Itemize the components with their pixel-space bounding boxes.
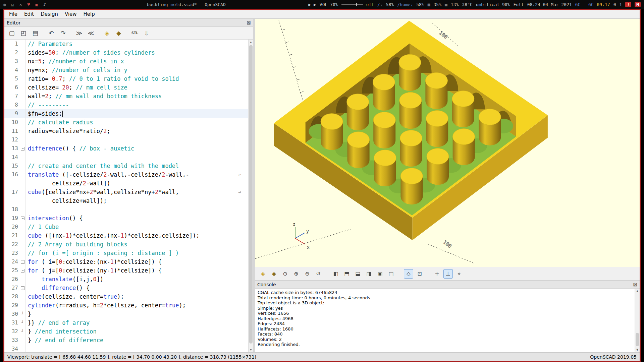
indent-icon[interactable]: ≫ [74, 28, 84, 38]
close-icon[interactable]: × [19, 2, 22, 7]
fold-marker[interactable]: ┘ [20, 318, 26, 327]
code-editor[interactable]: 1// Parameters2sides=50; //number of sid… [4, 40, 253, 352]
code-line[interactable]: 20// 1 Cube [4, 223, 248, 231]
axis-tick [301, 92, 304, 93]
show-scale-icon[interactable]: ⊥ [443, 269, 453, 279]
code-line[interactable]: 14 [4, 153, 248, 162]
code-line[interactable]: 26 translate([i,j,0]) [4, 275, 248, 284]
code-line[interactable]: 25−for ( j=[0:cellsize:(ny-1)*cellsize])… [4, 266, 248, 275]
code-line[interactable]: 6cellsize= 20; // mm cell size [4, 83, 248, 92]
render-icon[interactable]: ◆ [269, 269, 279, 279]
code-line[interactable]: cellsize+wall]); [4, 196, 248, 205]
reset-view-icon[interactable]: ↺ [314, 269, 323, 279]
scroll-up-icon[interactable]: ▲ [635, 289, 640, 294]
fold-marker[interactable]: − [20, 257, 26, 266]
fold-marker[interactable]: − [20, 266, 26, 275]
code-line[interactable]: 23// for (i =[ origin : spacing : distan… [4, 249, 248, 257]
code-line[interactable]: 30┘} [4, 310, 248, 318]
new-file-icon[interactable]: ▢ [7, 28, 17, 38]
code-line[interactable]: 7wall=2; // mm wall and bottom thickness [4, 92, 248, 101]
scroll-up-icon[interactable]: ▲ [249, 40, 253, 45]
record-icon[interactable]: ▣ [35, 2, 38, 7]
code-line[interactable]: 29cylinder(r=radius, h=2*cellsize, cente… [4, 301, 248, 310]
window-icon[interactable]: ◱ [11, 2, 14, 7]
scrollbar-thumb[interactable] [249, 45, 253, 344]
code-line[interactable]: 5ratio= 0.7; // 0 to 1 ratio of void to … [4, 74, 248, 83]
fold-marker[interactable]: − [20, 214, 26, 223]
open-file-icon[interactable]: ◰ [18, 28, 29, 38]
music-icon[interactable]: ♪ [43, 2, 46, 7]
unindent-icon[interactable]: ≪ [86, 28, 96, 38]
editor-close-icon[interactable]: ⊠ [247, 20, 251, 26]
3d-viewport[interactable]: 100100zyx [255, 19, 640, 267]
code-line[interactable]: 13−difference() { // box - auxetic [4, 144, 248, 153]
export-stl-icon[interactable]: STL [130, 28, 140, 38]
console-close-icon[interactable]: ⊠ [633, 282, 637, 288]
code-line[interactable]: 11radius=cellsize*ratio/2; [4, 127, 248, 135]
editor-scrollbar[interactable]: ▲ ▼ [248, 40, 253, 352]
code-line[interactable]: 12 [4, 135, 248, 144]
code-line[interactable]: 31┘}} // end of array [4, 318, 248, 327]
menu-view[interactable]: View [61, 10, 80, 18]
console-output[interactable]: CGAL cache size in bytes: 67465824Total … [255, 288, 640, 352]
fold-marker[interactable]: ┘ [20, 327, 26, 336]
code-line[interactable]: 3nx=5; //number of cells in x [4, 57, 248, 66]
render-preview-icon[interactable]: ◈ [258, 269, 268, 279]
orthogonal-icon[interactable]: ⊡ [415, 269, 424, 279]
preview-icon[interactable]: ◈ [102, 28, 112, 38]
view-back-icon[interactable]: □ [386, 269, 396, 279]
menu-design[interactable]: Design [37, 10, 61, 18]
console-scrollbar[interactable]: ▲ ▼ [635, 289, 640, 352]
menu-help[interactable]: Help [80, 10, 98, 18]
favorites-icon[interactable]: ♥ [27, 2, 30, 7]
view-bottom-icon[interactable]: ⬓ [353, 269, 363, 279]
zoom-in-icon[interactable]: ⊕ [291, 269, 301, 279]
perspective-icon[interactable]: ◇ [404, 269, 413, 279]
code-line[interactable]: 24−for ( i=[0:cellsize:(nx-1)*cellsize])… [4, 257, 248, 266]
code-line[interactable]: 9$fn=sides; [4, 109, 248, 118]
code-line[interactable]: 19−intersection() { [4, 214, 248, 223]
code-line[interactable]: 16translate ([-cellsize/2-wall,-cellsize… [4, 170, 248, 179]
show-crosshair-icon[interactable]: ⌖ [454, 269, 464, 279]
code-line[interactable]: 22// 2 Array of building blocks [4, 240, 248, 249]
view-front-icon[interactable]: ▣ [375, 269, 385, 279]
view-left-icon[interactable]: ◨ [364, 269, 374, 279]
render-icon[interactable]: ◆ [114, 28, 124, 38]
view-right-icon[interactable]: ◧ [331, 269, 340, 279]
volume-slider[interactable] [341, 4, 363, 5]
export-icon[interactable]: ⇩ [142, 28, 152, 38]
save-icon[interactable]: ▤ [30, 28, 40, 38]
fold-marker[interactable]: − [20, 284, 26, 292]
code-line[interactable]: 2sides=50; //number of sides cylinders [4, 48, 248, 57]
code-line[interactable]: 4ny=nx; //number of cells in y [4, 66, 248, 74]
code-line[interactable]: 21cube ([(nx-1)*cellsize,(nx-1)*cellsize… [4, 231, 248, 240]
scroll-down-icon[interactable]: ▼ [635, 347, 640, 352]
fold-marker[interactable]: ┘ [20, 310, 26, 318]
fold-marker[interactable]: − [20, 144, 26, 153]
code-line[interactable]: 17cube([cellsize*nx+2*wall,cellsize*ny+2… [4, 188, 248, 196]
alert-badge: ! [625, 2, 631, 7]
3d-scene[interactable]: 100100zyx [255, 19, 640, 267]
zoom-out-icon[interactable]: ⊖ [303, 269, 312, 279]
code-line[interactable]: 34 [4, 345, 248, 352]
code-line[interactable]: 18 [4, 205, 248, 214]
view-top-icon[interactable]: ⬒ [342, 269, 352, 279]
show-axes-icon[interactable]: + [432, 269, 442, 279]
scroll-down-icon[interactable]: ▼ [249, 347, 253, 352]
scrollbar-thumb[interactable] [636, 333, 639, 346]
zoom-all-icon[interactable]: ⊙ [280, 269, 290, 279]
code-line[interactable]: 8// --------- [4, 101, 248, 109]
app-icon[interactable]: ● [3, 2, 6, 7]
code-line[interactable]: cellsize/2-wall]) [4, 179, 248, 188]
menu-file[interactable]: File [6, 10, 21, 18]
code-line[interactable]: 27− difference() { [4, 284, 248, 292]
code-line[interactable]: 32┘} //end intersection [4, 327, 248, 336]
code-line[interactable]: 33} // end of difference [4, 336, 248, 345]
code-line[interactable]: 15// create and center the mold with the… [4, 162, 248, 170]
code-line[interactable]: 1// Parameters [4, 40, 248, 48]
code-line[interactable]: 10// calculate radius [4, 118, 248, 127]
code-line[interactable]: 28cube(cellsize, center=true); [4, 292, 248, 301]
redo-icon[interactable]: ↷ [58, 28, 68, 38]
undo-icon[interactable]: ↶ [46, 28, 56, 38]
menu-edit[interactable]: Edit [21, 10, 37, 18]
